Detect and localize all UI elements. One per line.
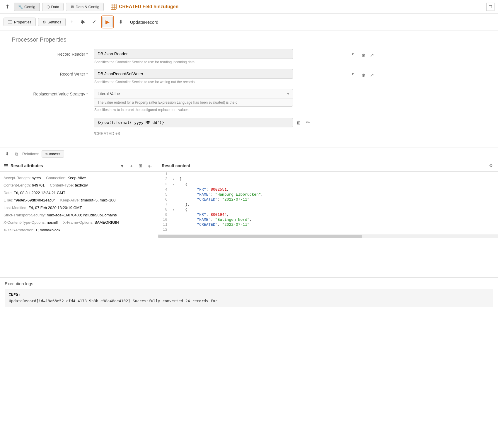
copy-result-btn[interactable]: ⧉ bbox=[13, 151, 20, 157]
attributes-panel-title: Result attributes bbox=[11, 163, 116, 168]
download-result-btn[interactable]: ⬇ bbox=[4, 151, 11, 157]
code-area[interactable]: 1 2 ▾ [ 3 ▾ { 4 bbox=[158, 172, 498, 277]
logs-content: INFO: UpdateRecord[id=13a63e52-cfd4-4178… bbox=[5, 289, 493, 307]
page-title: CREATED Feld hinzufügen bbox=[111, 4, 178, 10]
record-writer-control: DB JsonRecordSetWriter ▾ Specifies the C… bbox=[94, 69, 357, 84]
bottom-toolbar: ⬇ ⧉ Relations: success bbox=[0, 148, 498, 160]
edit-value-btn[interactable]: ✏ bbox=[305, 119, 311, 126]
grid-view-btn[interactable]: ⊞ bbox=[137, 163, 144, 169]
record-reader-select[interactable]: DB Json Reader bbox=[94, 49, 293, 59]
monitor-icon: 🖥 bbox=[70, 5, 74, 9]
attr-key: Connection: bbox=[46, 176, 67, 180]
properties-icon bbox=[8, 20, 13, 24]
record-writer-row: Record Writer * DB JsonRecordSetWriter ▾… bbox=[12, 69, 486, 84]
attr-key: Content-Length: bbox=[4, 183, 32, 187]
attr-key: Keep-Alive: bbox=[60, 198, 81, 202]
record-writer-external-btn[interactable]: ↗ bbox=[369, 71, 375, 79]
properties-tab[interactable]: Properties bbox=[4, 18, 36, 26]
data-config-button[interactable]: 🖥 Data & Config bbox=[66, 3, 104, 11]
wrench-icon: 🔧 bbox=[18, 5, 23, 9]
settings-tab[interactable]: ⚙ Settings bbox=[38, 18, 66, 26]
add-attribute-btn[interactable]: + bbox=[128, 163, 134, 169]
title-text: CREATED Feld hinzufügen bbox=[119, 4, 178, 9]
play-icon: ▶ bbox=[105, 19, 110, 25]
top-toolbar: ⬆ 🔧 Config ⬡ Data 🖥 Data & Config CREATE… bbox=[0, 0, 498, 14]
record-reader-hint: Specifies the Controller Service to use … bbox=[94, 60, 357, 64]
attr-value: timeout=5, max=100 bbox=[81, 198, 116, 202]
upload-button[interactable]: ⬆ bbox=[4, 2, 11, 12]
record-reader-external-btn[interactable]: ↗ bbox=[369, 51, 375, 59]
replacement-chevron[interactable]: ▾ bbox=[287, 91, 289, 96]
config-button[interactable]: 🔧 Config bbox=[14, 3, 40, 11]
svg-rect-10 bbox=[4, 167, 8, 167]
attr-key: Content-Type: bbox=[50, 183, 75, 187]
record-writer-add-btn[interactable]: ⊕ bbox=[360, 71, 366, 79]
horizontal-scrollbar[interactable] bbox=[158, 235, 498, 238]
record-reader-add-btn[interactable]: ⊕ bbox=[360, 51, 366, 59]
code-line-4: 4 "NR": 8002551, bbox=[158, 187, 498, 192]
code-line-6: 6 "CREATED": "2022-07-11" bbox=[158, 197, 498, 202]
settings-label: Settings bbox=[47, 20, 61, 24]
attr-key: X-Frame-Options: bbox=[63, 220, 95, 225]
attr-value: Keep-Alive bbox=[67, 176, 86, 180]
code-line-12: 12 bbox=[158, 227, 498, 232]
record-reader-select-wrapper: DB Json Reader ▾ bbox=[94, 49, 357, 59]
down-arrow-button[interactable]: ⬇ bbox=[116, 18, 125, 26]
code-line-5: 5 "NAME": "Hamburg Elbbrücken", bbox=[158, 192, 498, 197]
attr-row-x-xss: X-XSS-Protection: 1; mode=block bbox=[4, 227, 154, 233]
record-reader-row: Record Reader * DB Json Reader ▾ Specifi… bbox=[12, 49, 486, 64]
play-button-container: ▶ bbox=[101, 16, 114, 28]
data-config-label: Data & Config bbox=[76, 5, 99, 9]
attr-row-date: Date: Fri, 08 Jul 2022 12:34:21 GMT bbox=[4, 189, 154, 196]
attr-row-strict-transport: Strict-Transport-Security: max-age=16070… bbox=[4, 212, 154, 218]
properties-label: Properties bbox=[14, 20, 31, 24]
svg-rect-0 bbox=[111, 4, 116, 9]
check-button[interactable]: ✓ bbox=[90, 18, 99, 26]
replacement-strategy-row: Replacement Value Strategy * Literal Val… bbox=[12, 89, 486, 112]
svg-rect-5 bbox=[8, 20, 12, 21]
asterisk-button[interactable]: ✱ bbox=[78, 18, 87, 26]
replacement-strategy-hint: Specifies how to interpret the configure… bbox=[94, 108, 357, 112]
success-badge: success bbox=[42, 150, 64, 158]
attr-value: max-age=16070400; includeSubDomains bbox=[47, 213, 117, 217]
attr-key: Last-Modified: bbox=[4, 206, 28, 210]
record-writer-select[interactable]: DB JsonRecordSetWriter bbox=[94, 69, 293, 79]
attr-row-content-length: Content-Length: 649701 Content-Type: tex… bbox=[4, 182, 154, 189]
attr-value: SAMEORIGIN bbox=[94, 220, 119, 225]
attr-row-x-content: X-Content-Type-Options: nosniff X-Frame-… bbox=[4, 219, 154, 226]
svg-rect-7 bbox=[8, 23, 12, 23]
filter-btn[interactable]: ▼ bbox=[118, 163, 126, 169]
delete-value-btn[interactable]: 🗑 bbox=[295, 119, 302, 126]
select-arrow-icon2: ▾ bbox=[352, 72, 354, 76]
tag-btn[interactable]: 🏷 bbox=[146, 163, 154, 169]
attr-value: bytes bbox=[32, 176, 41, 180]
content-gear-btn[interactable]: ⚙ bbox=[487, 163, 494, 169]
result-content-panel: Result content ⚙ 1 2 ▾ [ 3 bbox=[158, 160, 498, 277]
add-icon-button[interactable]: + bbox=[68, 18, 76, 26]
created-hint: /CREATED +$ bbox=[94, 130, 293, 137]
attr-row-accept-ranges: Accept-Ranges: bytes Connection: Keep-Al… bbox=[4, 175, 154, 181]
attr-row-etag: ETag: "9e9e5-59dfc4042eac0" Keep-Alive: … bbox=[4, 197, 154, 204]
down-arrow-icon: ⬇ bbox=[119, 19, 123, 25]
list-icon bbox=[4, 163, 8, 168]
processor-name: UpdateRecord bbox=[130, 20, 158, 25]
maximize-button[interactable]: □ bbox=[486, 3, 494, 11]
attr-row-last-modified: Last-Modified: Fri, 07 Feb 2020 13:20:19… bbox=[4, 204, 154, 211]
share-icon: ⬡ bbox=[47, 5, 50, 9]
code-line-8: 8 ▾ { bbox=[158, 207, 498, 212]
log-text: UpdateRecord[id=13a63e52-cfd4-4178-9b8b-… bbox=[9, 299, 217, 303]
attr-value: Fri, 07 Feb 2020 13:20:19 GMT bbox=[28, 206, 82, 210]
log-info-label: INFO: bbox=[9, 293, 20, 297]
code-line-11: 11 "CREATED": "2022-07-11" bbox=[158, 222, 498, 227]
data-button[interactable]: ⬡ Data bbox=[42, 3, 64, 11]
value-input-row: 🗑 ✏ /CREATED +$ bbox=[12, 117, 486, 137]
code-table: 1 2 ▾ [ 3 ▾ { 4 bbox=[158, 172, 498, 232]
attributes-content: Accept-Ranges: bytes Connection: Keep-Al… bbox=[0, 172, 158, 237]
play-button[interactable]: ▶ bbox=[102, 17, 113, 27]
data-label: Data bbox=[51, 5, 59, 9]
attr-key: X-XSS-Protection: bbox=[4, 228, 35, 232]
code-line-2: 2 ▾ [ bbox=[158, 177, 498, 182]
replacement-strategy-value: Literal Value ▾ bbox=[94, 89, 293, 99]
value-input-field[interactable] bbox=[94, 118, 293, 127]
config-label: Config bbox=[24, 5, 35, 9]
